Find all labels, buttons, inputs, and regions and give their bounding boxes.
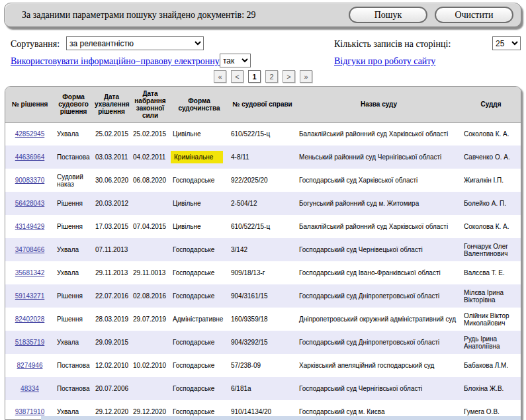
proceeding-cell: Цивільне [170,122,228,146]
table-row: 56428043 Рішення 20.03.2012 Цивільне 2-5… [5,192,521,215]
date-effective-cell: 29.11.0013 [130,261,170,284]
date-effective-cell [130,238,170,261]
decision-form-cell: Постанова [54,146,93,169]
decision-id-link[interactable]: 59143271 [15,292,45,300]
decision-id-link[interactable]: 35681342 [15,269,45,276]
case-number-cell: 6/181а [228,377,296,400]
decision-id-link[interactable]: 43149429 [15,223,45,230]
date-effective-cell: 02.08.2016 [130,284,170,308]
date-adopted-cell: 20.07.2006 [93,377,130,400]
use-base-select[interactable]: так [220,54,251,67]
decision-form-cell: Рішення [54,308,93,331]
header-decision-id: № рішення [5,87,54,122]
court-name-cell: Харківський апеляційний господарський су… [296,354,461,377]
pagination-last-button[interactable]: » [300,70,312,83]
proceeding-text: Адміністративне [173,315,223,323]
court-name-cell: Дніпропетровський окружний адміністратив… [296,308,461,331]
table-row: 59143271 Рішення 22.07.2016 02.08.2016 Г… [5,284,521,308]
results-table: № рішення Форма судового рішення Дата ух… [5,87,521,420]
proceeding-text: Кримінальне [171,151,223,163]
decision-id-cell: 44636964 [5,146,54,169]
use-base-row: Використовувати інформаційно−правову еле… [11,56,241,67]
table-row: 34708466 Ухвала 07.11.2013 Господарське … [5,238,521,261]
date-adopted-cell: 28.03.2019 [93,308,130,331]
decision-id-link[interactable]: 82402028 [15,315,45,323]
date-effective-cell [130,192,170,215]
decision-id-link[interactable]: 90083370 [15,177,45,184]
case-number-cell: 904/3292/15 [228,331,296,354]
clear-button[interactable]: Очистити [435,7,513,23]
proceeding-cell: Господарське [170,238,228,261]
date-effective-cell: 07.04.2015 [130,215,170,238]
judge-cell: Блохіна Ж.В. [461,377,521,400]
table-row: 42852945 Ухвала 25.02.2015 25.02.2015 Ци… [5,122,521,146]
decision-id-link[interactable]: 34708466 [15,246,45,253]
proceeding-text: Цивільне [173,200,201,207]
proceeding-cell: Господарське [170,169,228,192]
case-number-cell: 160/9359/18 [228,308,296,331]
proceeding-text: Господарське [173,385,214,392]
decision-id-link[interactable]: 93871910 [15,408,45,415]
judge-cell: Рудь Ірина Анатоліївна [461,331,521,354]
date-effective-cell [130,331,170,354]
judge-cell: Бабакова Л.М. [461,354,521,377]
proceeding-cell: Господарське [170,377,228,400]
decision-id-cell: 51835719 [5,331,54,354]
header-proceeding-form: Форма судочинства [170,87,228,122]
date-adopted-cell: 12.02.2010 [93,354,130,377]
pagination-prev-button[interactable]: < [231,70,243,83]
date-effective-cell: 04.02.2011 [130,146,170,169]
case-number-cell: 3/142 [228,238,296,261]
table-row: 48334 Постанова 20.07.2006 Господарське … [5,377,521,400]
decision-form-cell: Рішення [54,215,93,238]
sort-label: Сортування: [11,39,60,50]
decision-id-link[interactable]: 44636964 [15,153,45,161]
case-number-cell: 909/18/13-г [228,261,296,284]
pagination-page-1-button[interactable]: 1 [248,70,261,83]
decision-id-link[interactable]: 48334 [21,385,39,392]
decision-id-link[interactable]: 51835719 [15,339,45,346]
decision-id-cell: 56428043 [5,192,54,215]
date-adopted-cell: 22.07.2016 [93,284,130,308]
case-number-cell: 57/238-09 [228,354,296,377]
pagination-first-button[interactable]: « [214,70,226,83]
feedback-link[interactable]: Відгуки про роботу сайту [334,56,435,66]
table-row: 43149429 Рішення 17.03.2015 07.04.2015 Ц… [5,215,521,238]
court-name-cell: Господарський суд Чернігівської області [296,377,461,400]
proceeding-cell: Кримінальне [170,146,228,169]
use-base-link[interactable]: Використовувати інформаційно−правову еле… [11,56,239,66]
decision-id-link[interactable]: 56428043 [15,200,45,207]
pagination-next-button[interactable]: > [283,70,295,83]
judge-cell: Гончарук Олег Валентинович [461,238,521,261]
proceeding-cell: Цивільне [170,192,228,215]
proceeding-text: Господарське [173,246,214,253]
date-effective-cell: 25.02.2015 [130,122,170,146]
date-effective-cell [130,377,170,400]
judge-cell: Соколова К. А. [461,122,521,146]
feedback-row: Відгуки про роботу сайту [334,56,435,67]
decision-id-cell: 35681342 [5,261,54,284]
table-row: 8274946 Постанова 12.02.2010 10.02.2010 … [5,354,521,377]
decision-id-cell: 34708466 [5,238,54,261]
court-name-cell: Господарський суд Івано-Франківської обл… [296,261,461,284]
per-page-select[interactable]: 25 [492,36,521,50]
date-effective-cell: 10.02.2010 [130,354,170,377]
date-adopted-cell: 20.03.2012 [93,192,130,215]
decision-id-link[interactable]: 42852945 [15,130,45,138]
judge-cell: Жигалкін І.П. [461,169,521,192]
date-adopted-cell: 29.11.2013 [93,261,130,284]
proceeding-text: Господарське [173,269,214,276]
court-name-cell: Господарський суд Дніпропетровської обла… [296,284,461,308]
court-name-cell: Господарський суд Дніпропетровської обла… [296,331,461,354]
sort-select[interactable]: за релевантністю [66,36,204,50]
date-adopted-cell: 03.03.2011 [93,146,130,169]
bottom-scroll-strip [41,416,521,420]
judge-cell: Олійник Віктор Миколайович [461,308,521,331]
decision-id-link[interactable]: 8274946 [17,362,43,369]
results-body: 42852945 Ухвала 25.02.2015 25.02.2015 Ци… [5,122,521,420]
court-name-cell: Балаклійський районний суд Харківської о… [296,215,461,238]
decision-form-cell: Рішення [54,192,93,215]
search-button[interactable]: Пошук [349,7,427,23]
pagination-page-2-button[interactable]: 2 [265,70,278,83]
court-name-cell: Господарський суд Харківської області [296,169,461,192]
